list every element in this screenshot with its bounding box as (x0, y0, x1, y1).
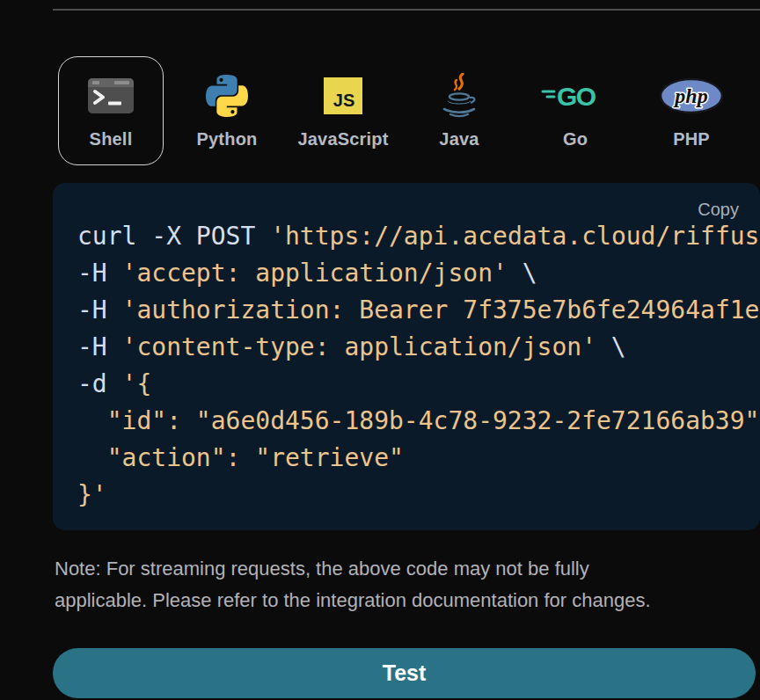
tab-php-label: PHP (673, 129, 710, 149)
tab-go-label: Go (563, 129, 588, 149)
code-line: -H 'accept: application/json' \ (77, 255, 760, 292)
code-block: Copy curl -X POST 'https://api.acedata.c… (53, 183, 760, 530)
copy-button[interactable]: Copy (698, 200, 739, 220)
streaming-note-line2: applicable. Please refer to the integrat… (55, 585, 758, 616)
svg-text:JS: JS (333, 91, 354, 110)
streaming-note-line1: Note: For streaming requests, the above … (55, 553, 758, 585)
tab-python-label: Python (197, 129, 258, 149)
svg-text:GO: GO (557, 82, 596, 111)
top-divider (53, 9, 760, 11)
java-icon (440, 73, 479, 119)
tab-python[interactable]: Python (174, 56, 280, 165)
code-line: "id": "a6e0d456-189b-4c78-9232-2fe72166a… (77, 403, 760, 440)
svg-text:php: php (673, 84, 707, 107)
code-line: "action": "retrieve" (77, 440, 760, 477)
code-line: -H 'content-type: application/json' \ (77, 329, 760, 366)
code-line: curl -X POST 'https://api.acedata.cloud/… (77, 218, 760, 255)
curl-code: curl -X POST 'https://api.acedata.cloud/… (53, 183, 760, 514)
tab-go[interactable]: GO Go (522, 56, 628, 165)
code-line: -d '{ (77, 366, 760, 403)
javascript-icon: JS (324, 73, 362, 119)
php-icon: php (659, 73, 724, 119)
code-line: -H 'authorization: Bearer 7f375e7b6fe249… (77, 292, 760, 329)
language-tabs: Shell Python JS JavaScript (58, 56, 760, 165)
tab-php[interactable]: php PHP (639, 56, 744, 165)
go-icon: GO (540, 73, 610, 119)
tab-java-label: Java (439, 129, 479, 149)
streaming-note: Note: For streaming requests, the above … (55, 553, 758, 616)
tab-java[interactable]: Java (406, 56, 512, 165)
tab-shell[interactable]: Shell (58, 56, 164, 165)
terminal-icon (88, 73, 134, 119)
code-line: }' (77, 477, 760, 514)
test-button[interactable]: Test (53, 648, 756, 698)
tab-javascript-label: JavaScript (297, 129, 388, 149)
tab-javascript[interactable]: JS JavaScript (290, 56, 396, 165)
tab-shell-label: Shell (90, 129, 133, 149)
python-icon (206, 73, 248, 119)
